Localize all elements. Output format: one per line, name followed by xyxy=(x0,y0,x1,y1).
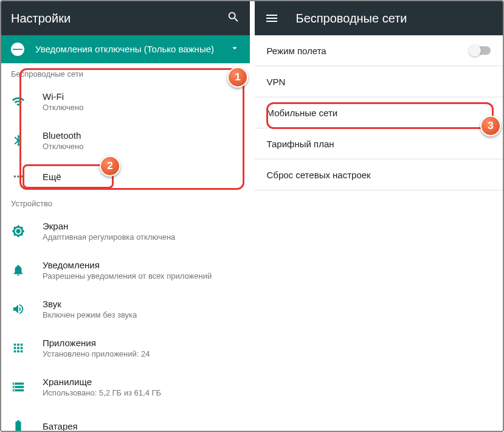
wifi-title: Wi-Fi xyxy=(43,91,240,102)
storage-title: Хранилище xyxy=(43,377,240,387)
more-title: Ещё xyxy=(43,172,240,182)
notifications-title: Уведомления xyxy=(43,260,240,270)
menu-icon[interactable] xyxy=(264,11,279,26)
mobile-networks-item[interactable]: Мобильные сети xyxy=(255,97,503,128)
vpn-title: VPN xyxy=(267,77,491,87)
vpn-item[interactable]: VPN xyxy=(255,66,503,97)
notifications-sub: Разрешены уведомления от всех приложений xyxy=(43,271,240,280)
storage-icon xyxy=(11,380,26,394)
plan-title: Тарифный план xyxy=(267,139,491,149)
apps-icon xyxy=(11,341,26,355)
banner-text: Уведомления отключены (Только важные) xyxy=(35,44,229,55)
wifi-sub: Отключено xyxy=(43,103,240,112)
bluetooth-item[interactable]: Bluetooth Отключено xyxy=(1,121,250,160)
storage-sub: Использовано: 5,2 ГБ из 61,4 ГБ xyxy=(43,388,240,397)
sound-sub: Включен режим без звука xyxy=(43,310,240,319)
callout-1: 1 xyxy=(227,67,248,88)
battery-icon xyxy=(11,419,26,431)
volume-icon xyxy=(11,302,26,316)
brightness-icon xyxy=(11,224,26,239)
reset-title: Сброс сетевых настроек xyxy=(267,170,491,180)
more-item[interactable]: Ещё xyxy=(1,160,250,193)
minus-icon: — xyxy=(11,43,24,56)
airplane-title: Режим полета xyxy=(267,46,471,56)
wifi-icon xyxy=(11,94,26,109)
network-reset-item[interactable]: Сброс сетевых настроек xyxy=(255,159,503,190)
sound-title: Звук xyxy=(43,299,240,309)
wifi-item[interactable]: Wi-Fi Отключено xyxy=(1,82,250,121)
callout-2: 2 xyxy=(100,156,120,176)
settings-appbar: Настройки xyxy=(1,1,250,35)
apps-sub: Установлено приложений: 24 xyxy=(43,349,240,358)
display-title: Экран xyxy=(43,221,240,231)
callout-3: 3 xyxy=(480,116,501,136)
airplane-toggle[interactable] xyxy=(470,46,491,55)
notifications-item[interactable]: Уведомления Разрешены уведомления от все… xyxy=(1,251,250,290)
mobile-title: Мобильные сети xyxy=(267,108,491,118)
chevron-down-icon xyxy=(229,43,240,56)
display-item[interactable]: Экран Адаптивная регулировка отключена xyxy=(1,212,250,251)
section-device: Устройство xyxy=(1,193,250,212)
apps-title: Приложения xyxy=(43,338,240,348)
wireless-appbar: Беспроводные сети xyxy=(255,1,503,35)
data-plan-item[interactable]: Тарифный план xyxy=(255,128,503,159)
settings-title: Настройки xyxy=(11,12,227,26)
bluetooth-icon xyxy=(11,133,26,148)
bell-icon xyxy=(11,263,26,277)
storage-item[interactable]: Хранилище Использовано: 5,2 ГБ из 61,4 Г… xyxy=(1,368,250,406)
bluetooth-title: Bluetooth xyxy=(43,130,240,141)
section-wireless: Беспроводные сети xyxy=(1,63,250,82)
display-sub: Адаптивная регулировка отключена xyxy=(43,232,240,242)
apps-item[interactable]: Приложения Установлено приложений: 24 xyxy=(1,329,250,368)
airplane-item[interactable]: Режим полета xyxy=(255,35,503,66)
bluetooth-sub: Отключено xyxy=(43,142,240,151)
battery-title: Батарея xyxy=(43,421,240,431)
search-icon[interactable] xyxy=(227,10,240,26)
divider xyxy=(255,190,503,190)
battery-item[interactable]: Батарея xyxy=(1,406,250,431)
notifications-banner[interactable]: — Уведомления отключены (Только важные) xyxy=(1,35,250,63)
more-icon xyxy=(11,169,26,184)
sound-item[interactable]: Звук Включен режим без звука xyxy=(1,290,250,329)
wireless-title: Беспроводные сети xyxy=(296,12,494,26)
